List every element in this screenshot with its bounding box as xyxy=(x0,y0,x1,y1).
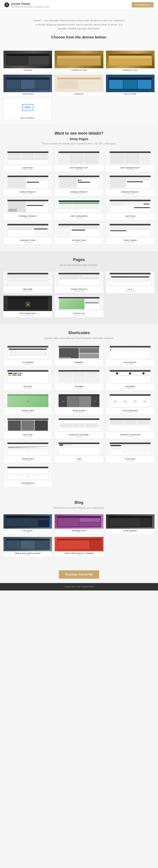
banners-card[interactable]: BANNERS Shortcode xyxy=(55,344,103,366)
products-shoppage-card[interactable]: PRODUCTS SHOPPAGE Shortcode xyxy=(106,417,155,439)
pages-description: Aurum and WordPress page templates. xyxy=(3,264,155,267)
products-carousel-thumb: ◀ xyxy=(55,417,103,432)
image-slider-card[interactable]: ◀ ▶ IMAGE SLIDER Shortcode xyxy=(55,393,103,415)
purchase-bottom-section: Purchase Aurum HD xyxy=(0,566,158,583)
testimonials-card[interactable]: " TESTIMONIALS Shortcode xyxy=(3,465,52,487)
blockquote-info: BLOCKQUOTE Shortcode xyxy=(106,360,155,366)
tabs-name: TABS xyxy=(56,458,102,460)
search-results-thumb xyxy=(55,272,103,287)
shop-sidebar-right-card[interactable]: SHOP SIDEBAR RIGHT Shop Page xyxy=(106,150,155,172)
single-gallery-card[interactable]: SINGLE BLOG WITH GALLERY Blog xyxy=(3,537,52,557)
demo-thumb-tech xyxy=(106,75,155,92)
demo-card-jewelry[interactable]: JEWELRY xyxy=(55,74,103,96)
tour-tabs-card[interactable]: TOUR TABS Shortcode xyxy=(106,441,155,463)
purchase-button[interactable]: Purchase Now xyxy=(132,2,154,7)
checkout-type: Other Page xyxy=(5,241,51,243)
shop-sidebar-left-thumb xyxy=(55,150,103,165)
banners-type: Shortcode xyxy=(56,363,102,365)
demo-label-homepace2: HOMEPACE TWO xyxy=(106,68,155,72)
products-shoppage-type: Shortcode xyxy=(107,436,153,437)
full-blog-thumb xyxy=(3,514,52,529)
checkout-card[interactable]: CHECKOUT PAGE Other Page xyxy=(3,222,52,244)
products-carousel-card[interactable]: ◀ xyxy=(55,417,103,439)
welcome-card[interactable]: WELCOME Company Page xyxy=(3,271,52,293)
search-results-card[interactable]: SEARCH RESULTS Company Page xyxy=(55,271,103,293)
accordion-card[interactable]: ACCORDION Shortcode xyxy=(3,344,52,366)
shop-categories-card[interactable]: SHOP CATEGORIES Shop Page xyxy=(55,198,103,220)
shop-sidebar-left-name: SHOP SIDEBAR LEFT xyxy=(56,167,102,169)
search-results-type: Company Page xyxy=(56,290,102,292)
shop-page-card[interactable]: SHOP PAGE Full Width Shop xyxy=(3,150,52,172)
full-blog-card[interactable]: FULL BLOG Blog xyxy=(3,514,52,534)
simple-single-card[interactable]: SIMPLE SINGLE BLOG + SIDEBAR Blog xyxy=(55,537,103,557)
logo-carousel-card[interactable]: LOGO CAROUSEL Shortcode xyxy=(106,393,155,415)
demo-thumb-jewelry xyxy=(55,75,103,92)
separators-card[interactable]: SEPARATORS Shortcode xyxy=(3,441,52,463)
account-card[interactable]: ACCOUNT PAGE Other Page xyxy=(55,222,103,244)
shop-categories-info: SHOP CATEGORIES Shop Page xyxy=(55,214,103,220)
logo-carousel-type: Shortcode xyxy=(107,412,153,413)
post-grid-card[interactable]: POST GRID Shortcode xyxy=(3,417,52,439)
grid-spacer xyxy=(106,296,155,317)
image-slider-info: IMAGE SLIDER Shortcode xyxy=(55,408,103,414)
products-shoppage-thumb xyxy=(106,417,155,432)
simple-single-info: SIMPLE SINGLE BLOG + SIDEBAR Blog xyxy=(55,551,103,557)
demo-card-homepace1[interactable]: HOMEPACE ONE xyxy=(55,51,103,72)
variable-product-card[interactable]: VARIABLE PRODUCT Shop Product xyxy=(55,174,103,196)
track-order-card[interactable]: TRACK ORDER Other Page xyxy=(106,222,155,244)
contact-thumb xyxy=(55,296,103,311)
grouped-product-card[interactable]: GROUPED PRODUCT Shop Product xyxy=(106,174,155,196)
variable-product-name: VARIABLE PRODUCT xyxy=(56,191,102,193)
grouped-product-type: Shop Product xyxy=(107,193,153,194)
contact-type: Company Page xyxy=(56,314,102,316)
track-order-thumb xyxy=(106,223,155,238)
contact-info: CONTACT US Company Page xyxy=(55,311,103,317)
columns-info: COLUMNS Shortcode xyxy=(55,384,103,390)
testimonials-name: TESTIMONIALS xyxy=(5,482,51,484)
testimonials-info: TESTIMONIALS Shortcode xyxy=(3,481,52,487)
not-found-card[interactable]: 🔒 NOT FOUND PAGE Company Page xyxy=(3,296,52,317)
blog-sidebar-name: BLOG SIDEBAR xyxy=(107,530,153,532)
blockquote-card[interactable]: BLOCKQUOTE Shortcode xyxy=(106,344,155,366)
logo-icon: A xyxy=(4,2,9,7)
demo-card-multilingual[interactable]: WPML MULTILINGUAL xyxy=(3,98,52,120)
demo-card-fashion[interactable]: FASHION xyxy=(3,51,52,72)
shortcodes-section: Shortcodes Labodan native shortcodes and… xyxy=(0,324,158,494)
blog-title: Blog xyxy=(3,500,155,505)
shop-categories-thumb xyxy=(55,198,103,214)
blockquote-name: BLOCKQUOTE xyxy=(107,361,153,363)
columns-card[interactable]: COLUMNS Shortcode xyxy=(55,369,103,391)
demo-label-fashion: FASHION xyxy=(3,68,52,72)
purchase-bottom-button[interactable]: Purchase Aurum HD xyxy=(59,570,99,579)
masonry-blog-card[interactable]: MASONRY BLOG Blog xyxy=(55,514,103,534)
faq-thumb xyxy=(106,272,155,287)
tour-tabs-thumb xyxy=(106,441,155,457)
banners-thumb xyxy=(55,345,103,360)
demo-card-tech[interactable]: TECH STORE xyxy=(106,74,155,96)
accordion-info: ACCORDION Shortcode xyxy=(3,360,52,366)
shop-sidebar-left-card[interactable]: SHOP SIDEBAR LEFT Shop Page xyxy=(55,150,103,172)
features-info: FEATURES Shortcode xyxy=(106,384,155,390)
contact-card[interactable]: CONTACT US Company Page xyxy=(55,296,103,317)
blog-row-2: SINGLE BLOG WITH GALLERY Blog SIMPLE SIN… xyxy=(3,537,155,557)
blog-row2-spacer xyxy=(106,537,155,557)
simple-product-card[interactable]: SIMPLE PRODUCT Shop Product xyxy=(3,174,52,196)
demo-card-furniture[interactable]: FURNITURE xyxy=(3,74,52,96)
external-product-card[interactable]: EXTERNAL PRODUCT Shop Product xyxy=(3,198,52,220)
buttons-card[interactable]: BUTTONS Shortcode xyxy=(3,369,52,391)
not-found-info: NOT FOUND PAGE Company Page xyxy=(3,311,52,317)
features-card[interactable]: FEATURES Shortcode xyxy=(106,369,155,391)
tour-tabs-name: TOUR TABS xyxy=(107,458,153,460)
not-found-name: NOT FOUND PAGE xyxy=(5,312,51,314)
faq-card[interactable]: F.A.Q. Company Page xyxy=(106,271,155,293)
shop-page-name: SHOP PAGE xyxy=(5,167,51,169)
blog-sidebar-card[interactable]: BLOG SIDEBAR Blog xyxy=(106,514,155,534)
site-header: A Aurum Theme Minimalist WooCommerce Sho… xyxy=(0,0,158,10)
cart-card[interactable]: CART PAGE Shop Page xyxy=(106,198,155,220)
google-map-card[interactable]: GOOGLE MAP Shortcode xyxy=(3,393,52,415)
accordion-thumb xyxy=(3,345,52,360)
tabs-card[interactable]: TABS Shortcode xyxy=(55,441,103,463)
products-carousel-name: PRODUCTS CAROUSEL xyxy=(56,434,102,436)
separators-info: SEPARATORS Shortcode xyxy=(3,457,52,463)
demo-card-homepace2[interactable]: HOMEPACE TWO xyxy=(106,51,155,72)
